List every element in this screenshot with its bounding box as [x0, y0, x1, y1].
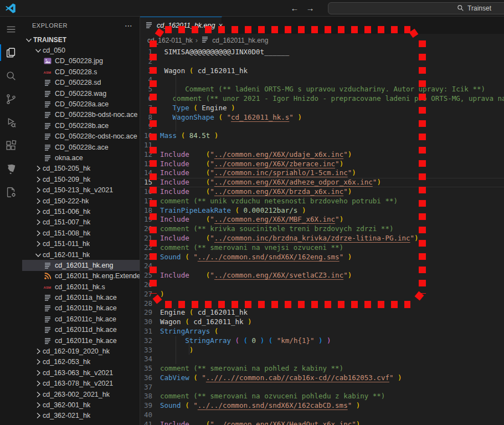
code-line[interactable]: 33 ) — [140, 346, 504, 355]
code-line[interactable]: 19Include ("../common.eng/X6X/MBF_x6X.in… — [140, 215, 504, 224]
more-actions-icon[interactable]: ⋯ — [125, 21, 133, 30]
code-line[interactable]: 28 — [140, 299, 504, 309]
tree-folder[interactable]: cd_163-078_hk_v2021 — [22, 378, 140, 389]
tree-file[interactable]: CD_050228.jpg — [22, 56, 140, 66]
code-line[interactable]: 34 — [140, 355, 504, 364]
tree-file[interactable]: CD_050228.wag — [22, 88, 140, 99]
chevron-right-icon[interactable] — [34, 164, 43, 173]
chevron-right-icon[interactable] — [34, 175, 43, 184]
chevron-right-icon[interactable] — [34, 379, 43, 388]
chevron-right-icon[interactable] — [34, 207, 43, 216]
code-line[interactable]: 14Include ("../common.inc/spriahlo/1-5cm… — [140, 168, 504, 178]
chevron-right-icon[interactable] — [34, 357, 43, 366]
plug-extension-icon[interactable] — [0, 157, 22, 181]
tree-folder[interactable]: TRAINSET — [22, 34, 140, 45]
run-debug-icon[interactable] — [0, 111, 22, 134]
code-line[interactable]: 35comment (** smerovani na pohled z kabi… — [140, 364, 504, 373]
code-line[interactable]: 26 — [140, 280, 504, 290]
tree-file[interactable]: okna.ace — [22, 152, 140, 163]
chevron-right-icon[interactable] — [34, 197, 43, 206]
code-line[interactable]: 32 StringArray ( ( 0 ) ( "km/h{1}" ) ) — [140, 336, 504, 346]
extensions-icon[interactable] — [0, 134, 22, 157]
code-line[interactable]: 37 — [140, 383, 504, 392]
tree-file[interactable]: CD_050228a.ace — [22, 99, 140, 109]
code-line[interactable]: 36CabView ( "..//..//common.cab//cab16x-… — [140, 373, 504, 383]
code-line[interactable]: 5 Comment (** ladeni ORTS-MG s upravou v… — [140, 85, 504, 94]
search-icon[interactable] — [0, 64, 22, 88]
tree-file[interactable]: cd_162011_hk.eng.ExtendedPhys... — [22, 271, 140, 281]
breadcrumb-folder[interactable]: cd_162-011_hk — [147, 37, 193, 44]
tree-folder[interactable]: cd_162-053_hk — [22, 357, 140, 367]
tree-file[interactable]: cd_162011a_hk.ace — [22, 292, 140, 303]
tree-folder[interactable]: cd_151-007_hk — [22, 217, 140, 228]
code-line[interactable]: 39Sound ( "../../common.snd/sndX6X/162ca… — [140, 401, 504, 411]
tree-folder[interactable]: cd_151-008_hk — [22, 228, 140, 238]
chevron-right-icon[interactable] — [34, 218, 43, 227]
tree-folder[interactable]: cd_150-205_hk — [22, 163, 140, 174]
tree-file[interactable]: cd_162011c_hk.ace — [22, 314, 140, 324]
code-line[interactable]: 4 — [140, 75, 504, 85]
code-line[interactable]: 8 WagonShape ( "cd_162011_hk.s" ) — [140, 113, 504, 122]
chevron-down-icon[interactable] — [34, 46, 43, 55]
tree-folder[interactable]: cd_163-063_hk_v2021 — [22, 367, 140, 378]
breadcrumb-file[interactable]: cd_162011_hk.eng — [212, 37, 268, 44]
tree-file[interactable]: cd_162011d_hk.ace — [22, 325, 140, 335]
chevron-right-icon[interactable] — [34, 411, 43, 420]
code-line[interactable]: 23Sound ( "../../common.snd/sndX6X/162en… — [140, 253, 504, 262]
code-line[interactable]: 24 — [140, 262, 504, 271]
code-line[interactable]: 22comment (** smerovani na vnejsi ozvuce… — [140, 243, 504, 253]
code-line[interactable]: 25Include ("../common.eng/X6X/svetlaCZ3.… — [140, 271, 504, 280]
code-line[interactable]: 41Include ("../common.eng/X6X/HeadOut_x6… — [140, 420, 504, 425]
code-line[interactable]: 30Wagon ( cd_162011_hk ) — [140, 318, 504, 327]
code-line[interactable]: 27) — [140, 290, 504, 299]
tab-cd_162011_hk-eng[interactable]: cd_162011_hk.eng × — [140, 17, 222, 34]
code-line[interactable]: 31StringArrays ( — [140, 327, 504, 336]
tree-folder[interactable]: cd_151-006_hk — [22, 206, 140, 217]
back-icon[interactable]: ← — [287, 3, 302, 13]
tree-folder[interactable]: cd_263-002_2021_hk — [22, 389, 140, 400]
tree-file[interactable]: CD_050228c.ace — [22, 142, 140, 152]
tree-folder[interactable]: cd_362-021_hk — [22, 411, 140, 421]
code-line[interactable]: 10Mass ( 84.5t ) — [140, 131, 504, 141]
code-line[interactable]: 12Include ("../common.eng/X6X/udaje_x6x.… — [140, 150, 504, 160]
chevron-right-icon[interactable] — [34, 229, 43, 238]
code-line[interactable]: 9 — [140, 122, 504, 131]
command-center-search[interactable]: Trainset — [328, 2, 504, 14]
tree-file[interactable]: cd_162011_hk.eng — [22, 260, 140, 270]
code-line[interactable]: 3 Wagon ( cd_162011_hk — [140, 66, 504, 76]
forward-icon[interactable]: → — [302, 3, 318, 13]
tree-file[interactable]: cd_162011b_hk.ace — [22, 303, 140, 314]
code-line[interactable]: 18TrainPipeLeakRate ( 0.000212bar/s ) — [140, 206, 504, 216]
chevron-right-icon[interactable] — [34, 401, 43, 409]
code-line[interactable]: 13Include ("../common.eng/X6X/zberace.in… — [140, 160, 504, 169]
chevron-down-icon[interactable] — [24, 35, 33, 44]
code-line[interactable]: 17comment (** unik vzduchu netesnosti br… — [140, 197, 504, 206]
code-line[interactable]: 15Include ("../common.eng/X6X/adheze_odp… — [140, 178, 504, 187]
tree-folder[interactable]: cd_150-222-hk — [22, 196, 140, 206]
tree-file[interactable]: CD_050228b.ace — [22, 120, 140, 131]
code-line[interactable]: 7 Type ( Engine ) — [140, 104, 504, 113]
tree-file[interactable]: CD_050228.sd — [22, 78, 140, 88]
tree-file[interactable]: ASMCD_050228.s — [22, 66, 140, 77]
code-line[interactable]: 21Include ("../common.inc/brzdna_krivka/… — [140, 234, 504, 243]
tree-folder[interactable]: cd_050 — [22, 45, 140, 55]
tree-folder[interactable]: cd_162-011_hk — [22, 249, 140, 260]
file-gear-icon[interactable] — [0, 181, 22, 204]
code-line[interactable]: 40 — [140, 411, 504, 420]
chevron-right-icon[interactable] — [34, 239, 43, 248]
tree-folder[interactable]: cd_150-213_hk_v2021 — [22, 185, 140, 195]
code-line[interactable]: 16Include ("../common.eng/X6X/brzda_x6x.… — [140, 187, 504, 197]
code-line[interactable]: 29Engine ( cd_162011_hk — [140, 308, 504, 318]
tree-folder[interactable]: cd_150-209_hk — [22, 174, 140, 185]
chevron-down-icon[interactable] — [34, 250, 43, 259]
code-line[interactable]: 38comment (** smerovani na ozvuceni pohl… — [140, 392, 504, 401]
tree-file[interactable]: cd_162011e_hk.ace — [22, 335, 140, 346]
code-line[interactable]: 2 — [140, 57, 504, 66]
chevron-right-icon[interactable] — [34, 347, 43, 356]
tree-folder[interactable]: cd_362-001_hk — [22, 400, 140, 410]
tree-file[interactable]: ASMcd_162011_hk.s — [22, 281, 140, 292]
code-line[interactable]: 20comment (** krivka soucinitele treni b… — [140, 224, 504, 234]
code-editor[interactable]: 1 SIMISA@@@@@@@@@@JINX0D0t______23 Wagon… — [140, 47, 504, 425]
close-icon[interactable]: × — [218, 21, 223, 30]
source-control-icon[interactable] — [0, 88, 22, 111]
